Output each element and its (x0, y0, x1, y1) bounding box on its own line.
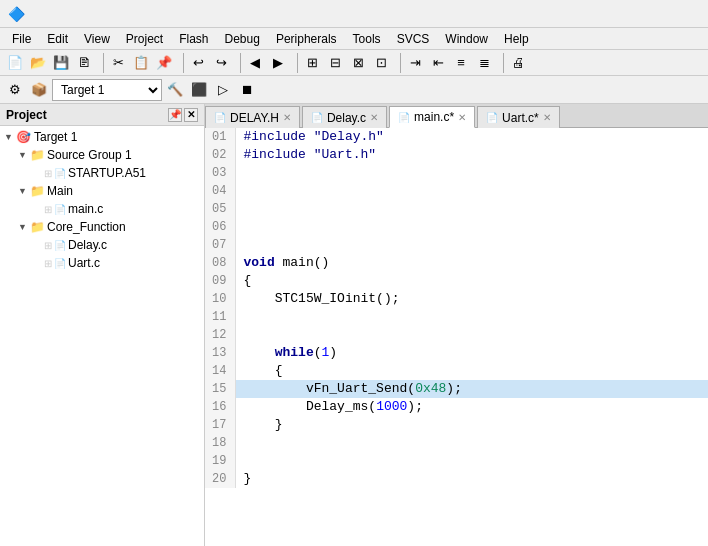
line-content[interactable]: { (235, 362, 708, 380)
line-content[interactable] (235, 326, 708, 344)
menu-item-tools[interactable]: Tools (345, 30, 389, 48)
indent-btn[interactable]: ⇥ (404, 52, 426, 74)
menu-item-debug[interactable]: Debug (217, 30, 268, 48)
tab-close-btn[interactable]: ✕ (543, 112, 551, 123)
code-table: 01#include "Delay.h"02#include "Uart.h"0… (205, 128, 708, 488)
menu-item-view[interactable]: View (76, 30, 118, 48)
line-number: 20 (205, 470, 235, 488)
undo-btn[interactable]: ↩ (187, 52, 209, 74)
bk2[interactable]: ⊟ (324, 52, 346, 74)
bk3[interactable]: ⊠ (347, 52, 369, 74)
menu-item-window[interactable]: Window (437, 30, 496, 48)
rebuild-btn[interactable]: 🔨 (164, 79, 186, 101)
tree-node-startup[interactable]: ⊞📄STARTUP.A51 (0, 164, 204, 182)
save-all-btn[interactable]: 🖹 (73, 52, 95, 74)
code-line-14: 14 { (205, 362, 708, 380)
nav-back-btn[interactable]: ◀ (244, 52, 266, 74)
tree-label: Core_Function (47, 220, 126, 234)
bk1[interactable]: ⊞ (301, 52, 323, 74)
line-content[interactable] (235, 236, 708, 254)
line-content[interactable] (235, 434, 708, 452)
expand-icon[interactable]: ▼ (18, 150, 28, 160)
grid-icon: ⊞ (44, 168, 52, 179)
line-content[interactable] (235, 218, 708, 236)
pin-btn[interactable]: 📌 (168, 108, 182, 122)
manage-btn[interactable]: 📦 (28, 79, 50, 101)
menu-item-edit[interactable]: Edit (39, 30, 76, 48)
line-number: 12 (205, 326, 235, 344)
toolbar1: 📄 📂 💾 🖹 ✂ 📋 📌 ↩ ↪ ◀ ▶ ⊞ ⊟ ⊠ ⊡ ⇥ ⇤ ≡ ≣ 🖨 (0, 50, 708, 76)
tree-label: main.c (68, 202, 103, 216)
format-btn[interactable]: ≡ (450, 52, 472, 74)
tab-delay-h[interactable]: 📄DELAY.H✕ (205, 106, 300, 128)
line-content[interactable] (235, 164, 708, 182)
tab-delay-c[interactable]: 📄Delay.c✕ (302, 106, 387, 128)
close-panel-btn[interactable]: ✕ (184, 108, 198, 122)
tab-uart-c[interactable]: 📄Uart.c*✕ (477, 106, 560, 128)
copy-btn[interactable]: 📋 (130, 52, 152, 74)
expand-icon[interactable]: ▼ (18, 186, 28, 196)
line-content[interactable]: void main() (235, 254, 708, 272)
panel-header: Project 📌 ✕ (0, 104, 204, 126)
line-content[interactable] (235, 308, 708, 326)
tree-node-sourcegroup1[interactable]: ▼📁Source Group 1 (0, 146, 204, 164)
line-number: 03 (205, 164, 235, 182)
translate-btn[interactable]: ▷ (212, 79, 234, 101)
line-content[interactable]: #include "Uart.h" (235, 146, 708, 164)
tree-area: ▼🎯Target 1▼📁Source Group 1⊞📄STARTUP.A51▼… (0, 126, 204, 546)
tree-node-main-group[interactable]: ▼📁Main (0, 182, 204, 200)
menu-item-peripherals[interactable]: Peripherals (268, 30, 345, 48)
cut-btn[interactable]: ✂ (107, 52, 129, 74)
build-btn[interactable]: ⬛ (188, 79, 210, 101)
tree-node-main-c[interactable]: ⊞📄main.c (0, 200, 204, 218)
target-select[interactable]: Target 1 (52, 79, 162, 101)
line-content[interactable]: } (235, 416, 708, 434)
line-content[interactable]: #include "Delay.h" (235, 128, 708, 146)
format2-btn[interactable]: ≣ (473, 52, 495, 74)
line-content[interactable]: } (235, 470, 708, 488)
menu-item-flash[interactable]: Flash (171, 30, 216, 48)
tab-label: Delay.c (327, 111, 366, 125)
stop-btn[interactable]: ⏹ (236, 79, 258, 101)
save-btn[interactable]: 💾 (50, 52, 72, 74)
line-content[interactable] (235, 182, 708, 200)
line-content[interactable]: Delay_ms(1000); (235, 398, 708, 416)
code-line-12: 12 (205, 326, 708, 344)
line-content[interactable] (235, 452, 708, 470)
tab-bar: 📄DELAY.H✕📄Delay.c✕📄main.c*✕📄Uart.c*✕ (205, 104, 708, 128)
tree-node-target1[interactable]: ▼🎯Target 1 (0, 128, 204, 146)
menu-bar: FileEditViewProjectFlashDebugPeripherals… (0, 28, 708, 50)
target-props-btn[interactable]: ⚙ (4, 79, 26, 101)
tab-close-btn[interactable]: ✕ (283, 112, 291, 123)
menu-item-help[interactable]: Help (496, 30, 537, 48)
tree-label: Delay.c (68, 238, 107, 252)
line-number: 06 (205, 218, 235, 236)
bk4[interactable]: ⊡ (370, 52, 392, 74)
open-btn[interactable]: 📂 (27, 52, 49, 74)
code-area[interactable]: 01#include "Delay.h"02#include "Uart.h"0… (205, 128, 708, 546)
line-content[interactable]: while(1) (235, 344, 708, 362)
tree-node-corefn[interactable]: ▼📁Core_Function (0, 218, 204, 236)
expand-icon[interactable]: ▼ (4, 132, 14, 142)
line-content[interactable] (235, 200, 708, 218)
print-btn[interactable]: 🖨 (507, 52, 529, 74)
menu-item-file[interactable]: File (4, 30, 39, 48)
expand-icon[interactable]: ▼ (18, 222, 28, 232)
unindent-btn[interactable]: ⇤ (427, 52, 449, 74)
nav-fwd-btn[interactable]: ▶ (267, 52, 289, 74)
line-content[interactable]: { (235, 272, 708, 290)
main-area: Project 📌 ✕ ▼🎯Target 1▼📁Source Group 1⊞📄… (0, 104, 708, 546)
redo-btn[interactable]: ↪ (210, 52, 232, 74)
tab-main-c[interactable]: 📄main.c*✕ (389, 106, 475, 128)
line-content[interactable]: STC15W_IOinit(); (235, 290, 708, 308)
tab-close-btn[interactable]: ✕ (370, 112, 378, 123)
menu-item-svcs[interactable]: SVCS (389, 30, 438, 48)
tree-node-uart-c[interactable]: ⊞📄Uart.c (0, 254, 204, 272)
line-content[interactable]: vFn_Uart_Send(0x48); (235, 380, 708, 398)
tab-close-btn[interactable]: ✕ (458, 112, 466, 123)
paste-btn[interactable]: 📌 (153, 52, 175, 74)
tree-node-delay-c[interactable]: ⊞📄Delay.c (0, 236, 204, 254)
grid-icon: ⊞ (44, 240, 52, 251)
menu-item-project[interactable]: Project (118, 30, 171, 48)
new-file-btn[interactable]: 📄 (4, 52, 26, 74)
